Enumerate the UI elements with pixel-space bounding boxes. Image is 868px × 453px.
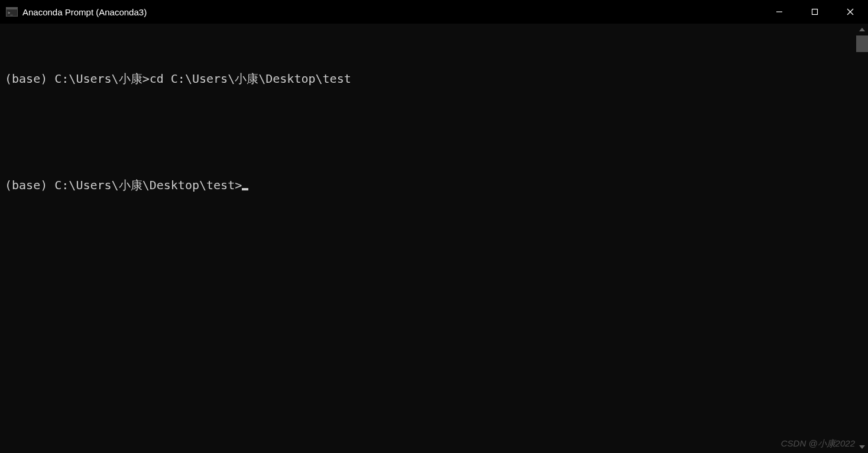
terminal-line-blank: [5, 123, 863, 141]
watermark-text: CSDN @小康2022: [781, 438, 855, 449]
scroll-down-button[interactable]: [856, 441, 868, 453]
minimize-button[interactable]: [762, 0, 797, 24]
terminal-line: (base) C:\Users\小康>cd C:\Users\小康\Deskto…: [5, 70, 863, 88]
svg-rect-4: [812, 9, 818, 15]
scroll-up-button[interactable]: [856, 24, 868, 35]
window-titlebar: >_ Anaconda Prompt (Anaconda3): [0, 0, 868, 24]
titlebar-left: >_ Anaconda Prompt (Anaconda3): [6, 7, 147, 17]
svg-text:>_: >_: [8, 11, 13, 15]
window-title: Anaconda Prompt (Anaconda3): [22, 7, 147, 17]
command-text: cd C:\Users\小康\Desktop\test: [150, 72, 351, 86]
prompt-text: (base) C:\Users\小康\Desktop\test>: [5, 176, 242, 194]
scroll-thumb[interactable]: [856, 35, 868, 52]
terminal-area[interactable]: (base) C:\Users\小康>cd C:\Users\小康\Deskto…: [0, 24, 868, 453]
svg-rect-1: [6, 7, 18, 9]
close-button[interactable]: [833, 0, 868, 24]
terminal-line: (base) C:\Users\小康\Desktop\test>: [5, 176, 863, 194]
vertical-scrollbar[interactable]: [856, 24, 868, 453]
window-controls: [762, 0, 868, 24]
terminal-icon: >_: [6, 7, 18, 17]
terminal-content: (base) C:\Users\小康>cd C:\Users\小康\Deskto…: [0, 24, 868, 234]
cursor: [242, 188, 248, 190]
prompt-text: (base) C:\Users\小康>: [5, 72, 150, 86]
maximize-button[interactable]: [797, 0, 833, 24]
